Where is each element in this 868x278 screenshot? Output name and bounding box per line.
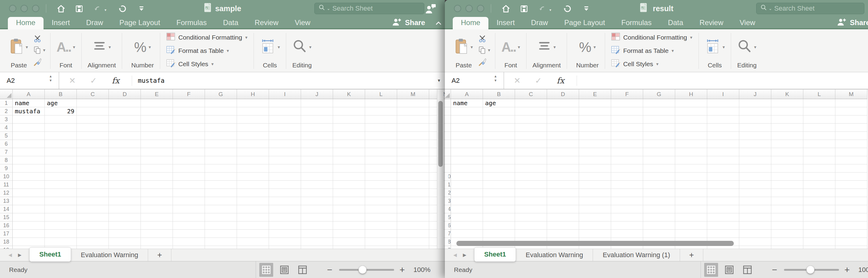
cell-G14[interactable] (205, 205, 237, 213)
row-header-3[interactable] (445, 116, 451, 124)
cell-M6[interactable] (835, 140, 867, 148)
cell-D1[interactable] (109, 99, 141, 107)
cell-F15[interactable] (173, 213, 205, 221)
cell-K18[interactable] (771, 238, 803, 246)
cell-B2[interactable] (483, 107, 515, 116)
editing-dropdown-icon[interactable]: ▾ (309, 44, 312, 50)
cell-F5[interactable] (173, 132, 205, 140)
view-page-break-button[interactable] (296, 263, 309, 277)
cell-C19[interactable] (515, 246, 547, 249)
cell-F3[interactable] (611, 116, 643, 124)
cell-G3[interactable] (643, 116, 675, 124)
cell-D13[interactable] (547, 197, 579, 205)
cell-H8[interactable] (237, 156, 269, 164)
cell-K19[interactable] (771, 246, 803, 249)
cell-M1[interactable] (397, 99, 429, 107)
cell-F6[interactable] (173, 140, 205, 148)
cell-H16[interactable] (675, 221, 707, 230)
cell-L6[interactable] (365, 140, 397, 148)
cell-J7[interactable] (301, 148, 333, 156)
cell-H19[interactable] (237, 246, 269, 249)
paste-button[interactable]: ▾ Paste (452, 32, 476, 70)
cancel-icon[interactable]: ✕ (69, 72, 76, 89)
cell-M9[interactable] (835, 164, 867, 173)
cell-F18[interactable] (173, 238, 205, 246)
cell-B15[interactable] (45, 213, 77, 221)
cell-F16[interactable] (611, 221, 643, 230)
cell-J17[interactable] (301, 230, 333, 238)
cell-L2[interactable] (365, 107, 397, 116)
cell-A3[interactable] (451, 116, 483, 124)
cell-L14[interactable] (803, 205, 835, 213)
cancel-icon[interactable]: ✕ (514, 72, 521, 89)
cell-C7[interactable] (77, 148, 109, 156)
cell-L14[interactable] (365, 205, 397, 213)
cell-I3[interactable] (707, 116, 739, 124)
cell-D12[interactable] (109, 189, 141, 197)
cell-I4[interactable] (707, 124, 739, 132)
cell-C8[interactable] (77, 156, 109, 164)
row-header-12[interactable]: 12 (445, 189, 451, 197)
cell-A13[interactable] (13, 197, 45, 205)
cell-G9[interactable] (643, 164, 675, 173)
row-header-6[interactable] (445, 140, 451, 148)
format-painter-button[interactable] (33, 56, 45, 68)
column-header-A[interactable]: A (451, 89, 483, 99)
cell-H9[interactable] (675, 164, 707, 173)
cell-G8[interactable] (205, 156, 237, 164)
cell-I9[interactable] (269, 164, 301, 173)
column-header-L[interactable]: L (365, 89, 397, 99)
cell-H2[interactable] (675, 107, 707, 116)
column-header-I[interactable]: I (707, 89, 739, 99)
formula-input[interactable]: mustafa (138, 72, 165, 89)
cell-J9[interactable] (739, 164, 771, 173)
ribbon-tab-page-layout[interactable]: Page Layout (111, 17, 168, 28)
conditional-formatting-dropdown-icon[interactable]: ▾ (690, 35, 692, 40)
copy-button[interactable]: ▾ (33, 44, 45, 56)
cell-J11[interactable] (301, 181, 333, 189)
cell-H18[interactable] (237, 238, 269, 246)
cell-C13[interactable] (77, 197, 109, 205)
row-header-8[interactable]: 8 (0, 156, 13, 164)
cell-E19[interactable] (141, 246, 173, 249)
cell-F4[interactable] (173, 124, 205, 132)
cell-F19[interactable] (173, 246, 205, 249)
cell-G16[interactable] (205, 221, 237, 230)
cell-K4[interactable] (771, 124, 803, 132)
cell-F12[interactable] (611, 189, 643, 197)
column-header-D[interactable]: D (547, 89, 579, 99)
number-dropdown-icon[interactable]: ▾ (149, 44, 151, 50)
cell-M4[interactable] (397, 124, 429, 132)
ribbon-tab-insert[interactable]: Insert (43, 17, 78, 28)
cell-F11[interactable] (611, 181, 643, 189)
cell-K7[interactable] (771, 148, 803, 156)
cell-C15[interactable] (77, 213, 109, 221)
cell-I2[interactable] (269, 107, 301, 116)
cell-A11[interactable] (13, 181, 45, 189)
cell-A8[interactable] (451, 156, 483, 164)
cell-C6[interactable] (515, 140, 547, 148)
cell-I17[interactable] (707, 230, 739, 238)
cell-F8[interactable] (173, 156, 205, 164)
row-header-9[interactable] (445, 164, 451, 173)
row-header-3[interactable]: 3 (0, 116, 13, 124)
cell-L5[interactable] (803, 132, 835, 140)
cell-M17[interactable] (397, 230, 429, 238)
cell-H10[interactable] (237, 173, 269, 181)
cell-G10[interactable] (643, 173, 675, 181)
cell-B15[interactable] (483, 213, 515, 221)
cell-G2[interactable] (643, 107, 675, 116)
font-dropdown-icon[interactable]: ▾ (73, 44, 75, 50)
cell-L19[interactable] (803, 246, 835, 249)
cells-group-button[interactable]: ▾ Cells (702, 32, 728, 70)
select-all-corner[interactable] (0, 89, 13, 99)
cell-F1[interactable] (173, 99, 205, 107)
name-box[interactable]: A2 ▲▼ (0, 72, 59, 89)
cell-L18[interactable] (365, 238, 397, 246)
cell-D19[interactable] (109, 246, 141, 249)
cell-E6[interactable] (579, 140, 611, 148)
cell-B17[interactable] (45, 230, 77, 238)
cell-A18[interactable] (13, 238, 45, 246)
cell-E7[interactable] (141, 148, 173, 156)
cell-K12[interactable] (333, 189, 365, 197)
